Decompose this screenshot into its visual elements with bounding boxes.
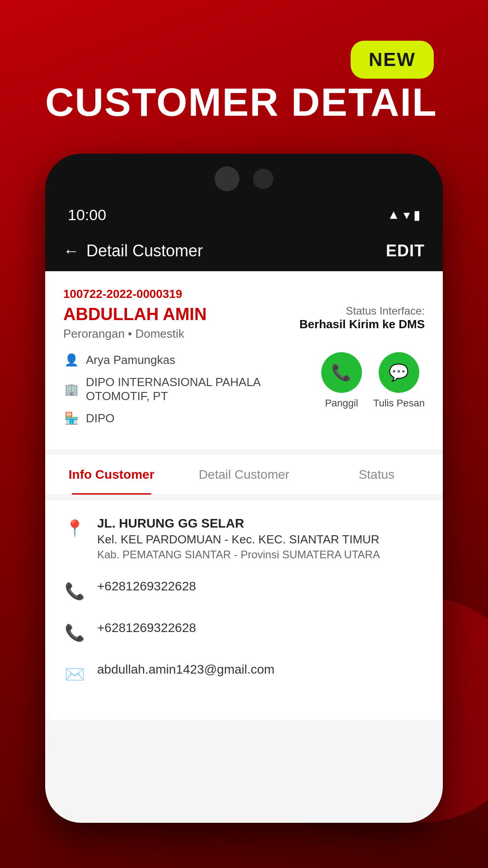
address-row: 📍 JL. HURUNG GG SELAR Kel. KEL PARDOMUAN…: [63, 516, 425, 561]
phone2-icon: 📞: [63, 622, 86, 644]
email-address: abdullah.amin1423@gmail.com: [97, 662, 275, 677]
customer-info-rows: 👤 Arya Pamungkas 🏢 DIPO INTERNASIONAL PA…: [63, 352, 425, 434]
phone2-row: 📞 +6281269322628: [63, 621, 425, 644]
branch-row: 🏪 DIPO: [63, 410, 321, 426]
message-label: Tulis Pesan: [373, 397, 425, 409]
status-time: 10:00: [68, 206, 106, 224]
branch-name: DIPO: [86, 411, 115, 425]
call-button-circle[interactable]: 📞: [321, 352, 362, 393]
email-icon: ✉️: [63, 663, 86, 686]
customer-name: ABDULLAH AMIN: [63, 305, 206, 324]
back-button[interactable]: ←: [63, 241, 80, 260]
phone1-row: 📞 +6281269322628: [63, 579, 425, 603]
signal-icon: ▲: [387, 208, 400, 222]
status-interface: Status Interface: Berhasil Kirim ke DMS: [300, 305, 425, 331]
company-row: 🏢 DIPO INTERNASIONAL PAHALA OTOMOTIF, PT: [63, 375, 321, 403]
battery-icon: ▮: [413, 208, 420, 222]
page-title: CUSTOMER DETAIL: [45, 79, 437, 125]
call-button[interactable]: 📞 Panggil: [321, 352, 362, 409]
company-name: DIPO INTERNASIONAL PAHALA OTOMOTIF, PT: [86, 375, 321, 403]
tab-bar: Info Customer Detail Customer Status: [45, 455, 443, 495]
tab-detail-customer[interactable]: Detail Customer: [178, 455, 310, 495]
address-content: JL. HURUNG GG SELAR Kel. KEL PARDOMUAN -…: [97, 516, 380, 561]
message-button-circle[interactable]: 💬: [379, 352, 419, 393]
phone1-icon: 📞: [63, 580, 86, 603]
header-left[interactable]: ← Detail Customer: [63, 241, 203, 260]
agent-row: 👤 Arya Pamungkas: [63, 352, 321, 368]
store-icon: 🏪: [63, 410, 79, 426]
phone-mockup: 10:00 ▲ ▾ ▮ ← Detail Customer EDIT 10072…: [45, 154, 443, 823]
message-button[interactable]: 💬 Tulis Pesan: [373, 352, 425, 409]
info-section: 📍 JL. HURUNG GG SELAR Kel. KEL PARDOMUAN…: [45, 500, 443, 720]
status-interface-value: Berhasil Kirim ke DMS: [300, 317, 425, 331]
tab-status[interactable]: Status: [310, 455, 443, 495]
header-title: Detail Customer: [86, 241, 203, 260]
address-kelurahan: Kel. KEL PARDOMUAN - Kec. KEC. SIANTAR T…: [97, 533, 380, 547]
new-badge: NEW: [351, 41, 434, 79]
status-icons: ▲ ▾ ▮: [387, 208, 420, 222]
info-left: 👤 Arya Pamungkas 🏢 DIPO INTERNASIONAL PA…: [63, 352, 321, 434]
app-content: 100722-2022-0000319 ABDULLAH AMIN Perora…: [45, 271, 443, 823]
status-bar: 10:00 ▲ ▾ ▮: [45, 199, 443, 231]
message-icon: 💬: [389, 363, 409, 382]
phone1-number: +6281269322628: [97, 579, 196, 594]
action-buttons: 📞 Panggil 💬 Tulis Pesan: [321, 352, 425, 409]
app-header: ← Detail Customer EDIT: [45, 231, 443, 271]
wifi-icon: ▾: [404, 208, 410, 222]
person-icon: 👤: [63, 352, 79, 368]
building-icon: 🏢: [63, 382, 79, 397]
call-icon: 📞: [331, 363, 352, 382]
edit-button[interactable]: EDIT: [386, 241, 425, 260]
location-icon: 📍: [63, 517, 86, 540]
camera-secondary: [253, 169, 273, 189]
address-kabupaten: Kab. PEMATANG SIANTAR - Provinsi SUMATER…: [97, 548, 380, 561]
customer-type: Perorangan • Domestik: [63, 327, 206, 341]
status-interface-label: Status Interface:: [300, 305, 425, 317]
agent-name: Arya Pamungkas: [86, 353, 175, 367]
tab-info-customer[interactable]: Info Customer: [45, 455, 178, 495]
customer-card: 100722-2022-0000319 ABDULLAH AMIN Perora…: [45, 271, 443, 449]
phone-camera-bar: [45, 154, 443, 199]
phone2-number: +6281269322628: [97, 621, 196, 635]
email-row: ✉️ abdullah.amin1423@gmail.com: [63, 662, 425, 686]
camera-main: [215, 166, 239, 191]
customer-id: 100722-2022-0000319: [63, 287, 425, 301]
address-street: JL. HURUNG GG SELAR: [97, 516, 380, 531]
call-label: Panggil: [325, 397, 358, 409]
